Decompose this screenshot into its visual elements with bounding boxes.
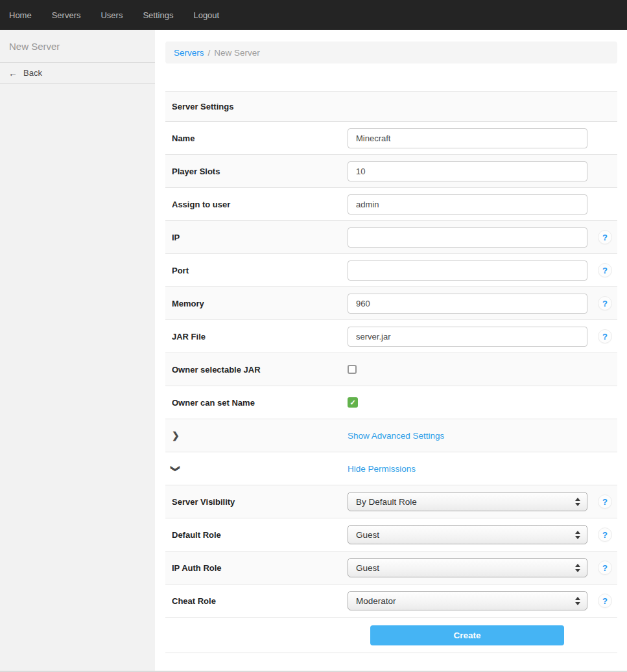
select-arrows-icon	[575, 498, 580, 506]
default-role-select[interactable]: Guest	[348, 525, 587, 544]
help-icon[interactable]: ?	[598, 296, 612, 310]
cheat-role-label: Cheat Role	[172, 596, 348, 606]
show-advanced-settings-row: ❯Show Advanced Settings	[165, 419, 617, 452]
nav-item-settings[interactable]: Settings	[143, 10, 173, 20]
create-row: Create	[165, 617, 617, 653]
cheat-role-select[interactable]: Moderator	[348, 591, 587, 610]
hide-permissions-link[interactable]: Hide Permissions	[348, 464, 416, 474]
name-input[interactable]	[348, 128, 587, 148]
ip-input[interactable]	[348, 227, 587, 248]
jar-file-input[interactable]	[348, 327, 587, 347]
ip-auth-role-selected-value: Guest	[356, 563, 575, 573]
nav-item-home[interactable]: Home	[9, 10, 32, 20]
server-visibility-row: Server VisibilityBy Default Role?	[165, 485, 617, 518]
breadcrumb-separator: /	[208, 48, 211, 58]
cheat-role-row: Cheat RoleModerator?	[165, 584, 617, 617]
owner-selectable-jar-checkbox[interactable]	[348, 365, 357, 374]
main-content: Servers / New Server Server SettingsName…	[155, 30, 627, 671]
owner-selectable-jar-row: Owner selectable JAR	[165, 353, 617, 386]
arrow-left-icon: ←	[8, 68, 18, 78]
chevron-right-icon[interactable]: ❯	[172, 430, 180, 441]
ip-auth-role-label: IP Auth Role	[172, 563, 348, 573]
port-label: Port	[172, 266, 348, 275]
server-settings-row: Server Settings	[165, 91, 617, 121]
default-role-label: Default Role	[172, 530, 348, 540]
hide-permissions-row: ❯Hide Permissions	[165, 452, 617, 485]
help-icon[interactable]: ?	[598, 494, 612, 509]
assign-to-user-row: Assign to user	[165, 187, 617, 220]
memory-label: Memory	[172, 299, 348, 308]
name-label: Name	[172, 133, 348, 143]
name-row: Name	[165, 121, 617, 154]
breadcrumb-current: New Server	[214, 48, 260, 58]
help-icon[interactable]: ?	[598, 527, 612, 542]
select-arrows-icon	[575, 597, 580, 605]
cheat-role-selected-value: Moderator	[356, 596, 575, 606]
help-icon[interactable]: ?	[598, 561, 612, 575]
nav-item-users[interactable]: Users	[101, 10, 123, 20]
breadcrumb: Servers / New Server	[165, 41, 617, 64]
ip-row: IP?	[165, 220, 617, 253]
player-slots-row: Player Slots	[165, 154, 617, 187]
port-row: Port?	[165, 253, 617, 286]
owner-can-set-name-label: Owner can set Name	[172, 398, 348, 408]
assign-to-user-input[interactable]	[348, 194, 587, 214]
memory-row: Memory?	[165, 286, 617, 319]
server-visibility-selected-value: By Default Role	[356, 497, 575, 507]
jar-file-row: JAR File?	[165, 319, 617, 353]
breadcrumb-link-servers[interactable]: Servers	[174, 48, 204, 58]
nav-item-logout[interactable]: Logout	[193, 10, 219, 20]
default-role-selected-value: Guest	[356, 530, 575, 540]
top-nav: HomeServersUsersSettingsLogout	[0, 0, 627, 30]
nav-item-servers[interactable]: Servers	[52, 10, 81, 20]
ip-label: IP	[172, 233, 348, 242]
owner-can-set-name-row: Owner can set Name✓	[165, 386, 617, 419]
ip-auth-role-select[interactable]: Guest	[348, 558, 587, 577]
section-title: Server Settings	[172, 102, 617, 111]
server-settings-form: Server SettingsNamePlayer SlotsAssign to…	[165, 91, 617, 653]
help-icon[interactable]: ?	[598, 230, 612, 244]
back-button[interactable]: ← Back	[0, 63, 155, 84]
player-slots-input[interactable]	[348, 161, 587, 181]
show-advanced-settings-link[interactable]: Show Advanced Settings	[348, 431, 444, 441]
memory-input[interactable]	[348, 294, 587, 314]
assign-to-user-label: Assign to user	[172, 200, 348, 209]
chevron-down-icon[interactable]: ❯	[171, 465, 181, 472]
help-icon[interactable]: ?	[598, 263, 612, 277]
help-icon[interactable]: ?	[598, 594, 612, 608]
owner-selectable-jar-label: Owner selectable JAR	[172, 365, 348, 375]
select-arrows-icon	[575, 564, 580, 572]
page: HomeServersUsersSettingsLogout New Serve…	[0, 0, 627, 672]
jar-file-label: JAR File	[172, 332, 348, 342]
select-arrows-icon	[575, 531, 580, 539]
page-title: New Server	[0, 30, 155, 63]
player-slots-label: Player Slots	[172, 167, 348, 176]
sidebar: New Server ← Back	[0, 30, 155, 671]
owner-can-set-name-checkbox[interactable]: ✓	[348, 397, 358, 408]
port-input[interactable]	[348, 261, 587, 281]
default-role-row: Default RoleGuest?	[165, 518, 617, 551]
ip-auth-role-row: IP Auth RoleGuest?	[165, 551, 617, 584]
help-icon[interactable]: ?	[598, 329, 612, 343]
back-label: Back	[23, 68, 42, 78]
create-button[interactable]: Create	[370, 625, 564, 645]
server-visibility-label: Server Visibility	[172, 497, 348, 507]
server-visibility-select[interactable]: By Default Role	[348, 492, 587, 511]
